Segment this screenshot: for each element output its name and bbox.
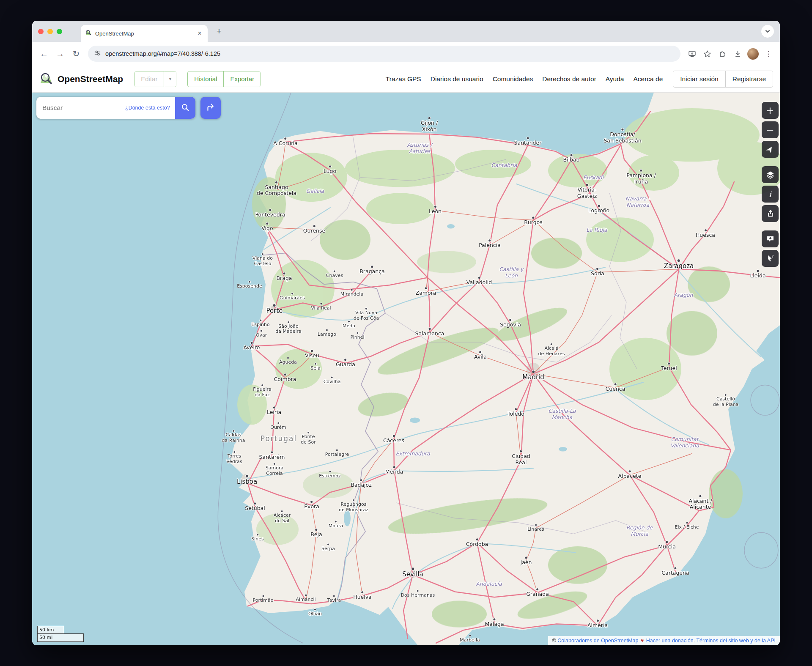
osm-brand[interactable]: OpenStreetMap [39, 71, 123, 87]
new-tab-button[interactable]: + [213, 25, 225, 38]
signup-button[interactable]: Registrarse [725, 71, 773, 87]
extensions-icon[interactable] [715, 47, 730, 61]
maximize-window-button[interactable] [57, 29, 62, 34]
map-info-button[interactable]: i [762, 186, 779, 203]
tab-close-icon[interactable]: × [196, 30, 203, 37]
locate-me-button[interactable] [762, 141, 779, 158]
search-overlay: ¿Dónde está esto? [36, 97, 221, 119]
layers-button[interactable] [762, 166, 779, 183]
nav-link-0[interactable]: Trazas GPS [386, 75, 421, 83]
install-icon[interactable] [685, 47, 699, 61]
heart-icon: ♥ [641, 638, 644, 644]
query-cursor-icon: ? [766, 255, 774, 263]
tab-favicon-osm-icon [85, 29, 92, 38]
share-icon [766, 210, 774, 217]
tab-bar: OpenStreetMap × + [32, 21, 780, 42]
note-bubble-icon [766, 235, 774, 243]
map-canvas[interactable] [32, 93, 780, 645]
locate-arrow-icon [766, 145, 774, 153]
close-window-button[interactable] [38, 29, 44, 34]
nav-link-4[interactable]: Ayuda [606, 75, 624, 83]
edit-button-group: Editar ▼ [134, 71, 176, 87]
copyright-text: © [552, 638, 558, 644]
terms-link[interactable]: Términos del sitio web y de la API [696, 638, 776, 644]
minimize-window-button[interactable] [47, 29, 53, 34]
map-controls: + − i ? [762, 102, 779, 267]
scale-mi: 50 mi [37, 633, 84, 642]
browser-window: OpenStreetMap × + ← → ↻ openstreetmap.or… [32, 21, 780, 645]
edit-button[interactable]: Editar [134, 71, 164, 87]
history-button[interactable]: Historial [188, 71, 223, 87]
directions-icon [206, 103, 215, 113]
forward-icon[interactable]: → [52, 46, 68, 61]
tab-title: OpenStreetMap [95, 30, 192, 37]
layers-icon [766, 171, 774, 179]
menu-kebab-icon[interactable]: ⋮ [761, 47, 776, 61]
browser-tab[interactable]: OpenStreetMap × [81, 25, 208, 42]
search-card: ¿Dónde está esto? [36, 97, 195, 119]
tab-search-chevron-icon[interactable] [761, 25, 774, 38]
site-settings-icon[interactable] [94, 49, 101, 58]
scale-km: 50 km [37, 626, 64, 634]
auth-buttons: Iniciar sesión Registrarse [673, 71, 773, 88]
downloads-icon[interactable] [730, 47, 745, 61]
brand-title: OpenStreetMap [58, 74, 123, 84]
nav-link-2[interactable]: Comunidades [493, 75, 533, 83]
address-bar[interactable]: openstreetmap.org/#map=7/40.388/-6.125 [88, 46, 680, 62]
bookmark-star-icon[interactable] [700, 47, 714, 61]
svg-text:?: ? [771, 255, 773, 259]
contributors-link[interactable]: Colaboradores de OpenStreetMap [557, 638, 638, 644]
browser-toolbar: ← → ↻ openstreetmap.org/#map=7/40.388/-6… [32, 42, 780, 66]
directions-button[interactable] [200, 97, 221, 119]
history-export-group: Historial Exportar [187, 71, 261, 87]
add-note-button[interactable] [762, 230, 779, 247]
nav-link-3[interactable]: Derechos de autor [542, 75, 596, 83]
profile-avatar[interactable] [747, 48, 759, 60]
url-text: openstreetmap.org/#map=7/40.388/-6.125 [105, 50, 220, 57]
osm-logo-icon [39, 71, 53, 87]
search-input[interactable] [36, 104, 125, 112]
map-area: A CoruñaGijón / XixónSantanderBilbaoDono… [32, 93, 780, 645]
search-icon [181, 103, 189, 113]
nav-link-1[interactable]: Diarios de usuario [431, 75, 483, 83]
export-button[interactable]: Exportar [223, 71, 261, 87]
search-button[interactable] [175, 97, 195, 119]
reload-icon[interactable]: ↻ [69, 46, 84, 61]
zoom-in-button[interactable]: + [762, 102, 779, 119]
back-icon[interactable]: ← [36, 46, 52, 61]
map-attribution: © Colaboradores de OpenStreetMap ♥ Hacer… [548, 636, 780, 645]
donate-link[interactable]: Hacer una donación [646, 638, 694, 644]
osm-nav: Trazas GPSDiarios de usuarioComunidadesD… [386, 75, 665, 83]
traffic-lights [38, 29, 62, 34]
login-button[interactable]: Iniciar sesión [673, 71, 725, 87]
zoom-out-button[interactable]: − [762, 121, 779, 138]
map-scale: 50 km 50 mi [37, 626, 84, 642]
nav-link-5[interactable]: Acerca de [633, 75, 663, 83]
osm-header: OpenStreetMap Editar ▼ Historial Exporta… [32, 66, 780, 93]
edit-dropdown-caret-icon[interactable]: ▼ [164, 71, 176, 87]
share-button[interactable] [762, 205, 779, 222]
query-features-button[interactable]: ? [762, 250, 779, 267]
where-is-this-link[interactable]: ¿Dónde está esto? [125, 105, 170, 111]
